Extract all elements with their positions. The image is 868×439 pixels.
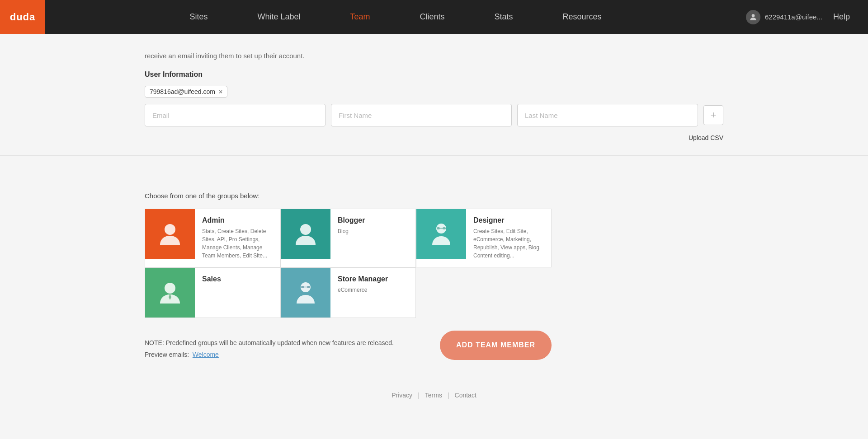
admin-person-icon — [156, 220, 184, 248]
group-icon-admin — [145, 209, 195, 259]
footer-terms-link[interactable]: Terms — [420, 392, 448, 399]
email-tag-row: 799816ad@uifeed.com × — [145, 86, 723, 98]
group-info-designer: Designer Create Sites, Edit Site, eComme… — [466, 209, 551, 267]
group-card-store-manager[interactable]: Store Manager eCommerce — [280, 267, 416, 318]
svg-point-2 — [300, 224, 311, 235]
nav-team[interactable]: Team — [325, 0, 395, 34]
group-card-blogger[interactable]: Blogger Blog — [280, 209, 416, 267]
group-info-admin: Admin Stats, Create Sites, Delete Sites,… — [195, 209, 280, 267]
navigation: duda Sites White Label Team Clients Stat… — [0, 0, 868, 34]
section-divider — [0, 155, 868, 156]
nav-clients[interactable]: Clients — [395, 0, 469, 34]
user-email: 6229411a@uifee... — [765, 13, 822, 21]
nav-white-label[interactable]: White Label — [232, 0, 325, 34]
user-form-row: + — [145, 104, 723, 126]
svg-rect-10 — [301, 286, 304, 288]
preview-text: Preview emails: Welcome — [145, 350, 394, 360]
user-info-label: User Information — [145, 70, 723, 79]
user-avatar-icon — [746, 10, 760, 24]
svg-point-1 — [165, 224, 175, 235]
logo-text: duda — [10, 11, 36, 23]
group-name-designer: Designer — [473, 216, 544, 224]
svg-rect-5 — [443, 227, 446, 229]
email-tag: 799816ad@uifeed.com × — [145, 86, 227, 98]
svg-point-0 — [752, 14, 755, 17]
footer: Privacy | Terms | Contact — [0, 378, 868, 408]
blogger-person-icon — [291, 220, 320, 248]
designer-person-icon — [427, 220, 456, 248]
note-area: NOTE: Predefined groups will be automati… — [145, 338, 394, 360]
groups-label: Choose from one of the groups below: — [145, 192, 723, 200]
nav-user[interactable]: 6229411a@uifee... — [746, 10, 822, 24]
upload-csv-row: Upload CSV — [145, 134, 723, 142]
group-desc-store-manager: eCommerce — [338, 286, 408, 294]
group-name-admin: Admin — [202, 216, 273, 224]
footer-privacy-link[interactable]: Privacy — [386, 392, 418, 399]
nav-links: Sites White Label Team Clients Stats Res… — [45, 0, 746, 34]
email-input[interactable] — [145, 104, 326, 126]
svg-rect-11 — [307, 286, 310, 288]
group-info-store-manager: Store Manager eCommerce — [330, 268, 415, 301]
last-name-input[interactable] — [517, 104, 698, 126]
email-tag-close-icon[interactable]: × — [219, 88, 222, 95]
nav-right: 6229411a@uifee... Help — [746, 10, 868, 24]
note-row: NOTE: Predefined groups will be automati… — [145, 331, 552, 360]
main-content: receive an email inviting them to set up… — [0, 34, 868, 142]
group-card-admin[interactable]: Admin Stats, Create Sites, Delete Sites,… — [145, 209, 280, 267]
add-row-button[interactable]: + — [703, 105, 723, 125]
user-icon — [749, 13, 758, 22]
store-manager-person-icon — [291, 278, 320, 307]
group-card-designer[interactable]: Designer Create Sites, Edit Site, eComme… — [416, 209, 552, 267]
logo[interactable]: duda — [0, 0, 45, 34]
upload-csv-link[interactable]: Upload CSV — [689, 134, 723, 141]
group-name-store-manager: Store Manager — [338, 275, 408, 283]
group-icon-store-manager — [281, 268, 330, 318]
add-team-member-button[interactable]: ADD TEAM MEMBER — [440, 331, 552, 360]
groups-section: Choose from one of the groups below: Adm… — [0, 174, 868, 378]
group-desc-designer: Create Sites, Edit Site, eCommerce, Mark… — [473, 227, 544, 260]
group-icon-blogger — [281, 209, 330, 259]
sales-person-icon — [156, 278, 184, 307]
group-card-sales[interactable]: Sales — [145, 267, 280, 318]
group-name-blogger: Blogger — [338, 216, 408, 224]
welcome-link[interactable]: Welcome — [193, 351, 219, 358]
group-info-sales: Sales — [195, 268, 280, 293]
groups-grid: Admin Stats, Create Sites, Delete Sites,… — [145, 209, 552, 318]
group-icon-designer — [416, 209, 466, 259]
group-desc-blogger: Blog — [338, 227, 408, 235]
preview-label: Preview emails: — [145, 351, 189, 358]
nav-stats[interactable]: Stats — [470, 0, 538, 34]
group-icon-sales — [145, 268, 195, 318]
group-desc-admin: Stats, Create Sites, Delete Sites, API, … — [202, 227, 273, 260]
svg-point-7 — [165, 283, 175, 294]
intro-text: receive an email inviting them to set up… — [145, 52, 723, 60]
nav-sites[interactable]: Sites — [165, 0, 232, 34]
group-info-blogger: Blogger Blog — [330, 209, 415, 243]
note-text: NOTE: Predefined groups will be automati… — [145, 338, 394, 348]
footer-contact-link[interactable]: Contact — [449, 392, 482, 399]
nav-resources[interactable]: Resources — [538, 0, 627, 34]
svg-rect-4 — [437, 227, 440, 229]
group-name-sales: Sales — [202, 275, 273, 283]
help-link[interactable]: Help — [833, 12, 850, 22]
first-name-input[interactable] — [331, 104, 512, 126]
email-tag-text: 799816ad@uifeed.com — [150, 88, 215, 95]
